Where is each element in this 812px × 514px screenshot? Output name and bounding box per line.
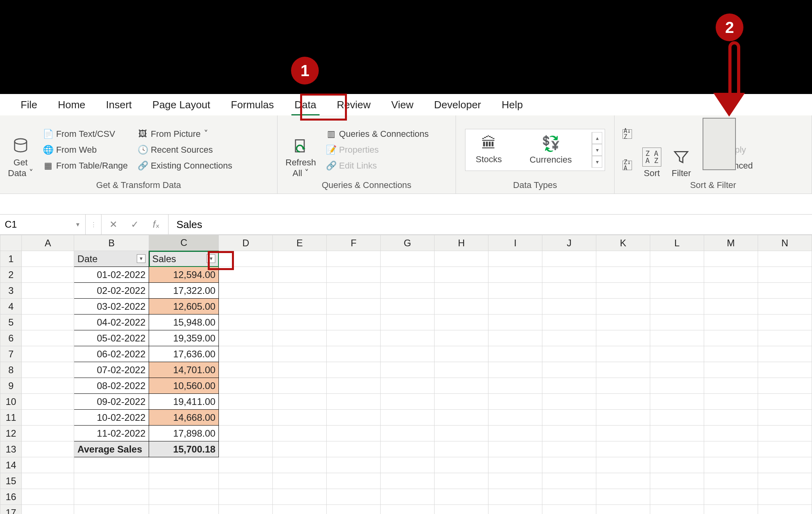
- cancel-formula-button[interactable]: ✕: [105, 219, 122, 230]
- column-header-M[interactable]: M: [704, 235, 758, 251]
- cell-C8[interactable]: 14,701.00: [149, 362, 219, 378]
- cell-J11[interactable]: [542, 410, 596, 426]
- cell-J10[interactable]: [542, 394, 596, 410]
- cell-D1[interactable]: [219, 251, 273, 267]
- enter-formula-button[interactable]: ✓: [126, 219, 144, 230]
- cell-I17[interactable]: [488, 505, 542, 514]
- cell-F4[interactable]: [327, 299, 381, 315]
- data-type-stocks[interactable]: 🏛 Stocks: [468, 132, 510, 168]
- cell-J4[interactable]: [542, 299, 596, 315]
- column-header-D[interactable]: D: [219, 235, 273, 251]
- cell-B8[interactable]: 07-02-2022: [74, 362, 149, 378]
- cell-L13[interactable]: [650, 441, 704, 457]
- column-header-F[interactable]: F: [327, 235, 381, 251]
- cell-F5[interactable]: [327, 315, 381, 330]
- cell-H4[interactable]: [435, 299, 488, 315]
- cell-K12[interactable]: [596, 426, 650, 441]
- cell-A1[interactable]: [22, 251, 74, 267]
- tab-view[interactable]: View: [381, 95, 424, 115]
- cell-C16[interactable]: [149, 489, 219, 505]
- column-header-C[interactable]: C: [149, 235, 219, 251]
- cell-K3[interactable]: [596, 283, 650, 299]
- cell-L14[interactable]: [650, 457, 704, 473]
- column-header-A[interactable]: A: [22, 235, 74, 251]
- cell-B5[interactable]: 04-02-2022: [74, 315, 149, 330]
- cell-F10[interactable]: [327, 394, 381, 410]
- cell-B13[interactable]: Average Sales: [74, 441, 149, 457]
- filter-button[interactable]: Filter: [669, 119, 693, 180]
- cell-N13[interactable]: [758, 441, 812, 457]
- cell-C2[interactable]: 12,594.00: [149, 267, 219, 283]
- cell-L3[interactable]: [650, 283, 704, 299]
- cell-C9[interactable]: 10,560.00: [149, 378, 219, 394]
- cell-D16[interactable]: [219, 489, 273, 505]
- cell-N14[interactable]: [758, 457, 812, 473]
- cell-L5[interactable]: [650, 315, 704, 330]
- cell-M2[interactable]: [704, 267, 758, 283]
- cell-I6[interactable]: [488, 330, 542, 346]
- column-header-K[interactable]: K: [596, 235, 650, 251]
- spreadsheet-grid[interactable]: ABCDEFGHIJKLMN 1Date▼Sales▼201-02-202212…: [0, 235, 812, 514]
- column-header-L[interactable]: L: [650, 235, 704, 251]
- cell-H12[interactable]: [435, 426, 488, 441]
- cell-C7[interactable]: 17,636.00: [149, 346, 219, 362]
- row-header-9[interactable]: 9: [0, 378, 22, 394]
- cell-C15[interactable]: [149, 473, 219, 489]
- cell-K9[interactable]: [596, 378, 650, 394]
- cell-L11[interactable]: [650, 410, 704, 426]
- cell-G10[interactable]: [381, 394, 435, 410]
- cell-G14[interactable]: [381, 457, 435, 473]
- cell-G1[interactable]: [381, 251, 435, 267]
- cell-E11[interactable]: [273, 410, 327, 426]
- cell-E3[interactable]: [273, 283, 327, 299]
- cell-D4[interactable]: [219, 299, 273, 315]
- cell-E6[interactable]: [273, 330, 327, 346]
- cell-I13[interactable]: [488, 441, 542, 457]
- from-web-button[interactable]: 🌐 From Web: [41, 143, 130, 157]
- cell-N11[interactable]: [758, 410, 812, 426]
- cell-M8[interactable]: [704, 362, 758, 378]
- cell-H10[interactable]: [435, 394, 488, 410]
- cell-E4[interactable]: [273, 299, 327, 315]
- cell-I9[interactable]: [488, 378, 542, 394]
- cell-E15[interactable]: [273, 473, 327, 489]
- cell-G12[interactable]: [381, 426, 435, 441]
- row-header-10[interactable]: 10: [0, 394, 22, 410]
- cell-A3[interactable]: [22, 283, 74, 299]
- cell-N3[interactable]: [758, 283, 812, 299]
- row-header-12[interactable]: 12: [0, 426, 22, 441]
- cell-G8[interactable]: [381, 362, 435, 378]
- cell-G6[interactable]: [381, 330, 435, 346]
- gallery-scroll-up[interactable]: ▴: [592, 132, 602, 144]
- cell-K14[interactable]: [596, 457, 650, 473]
- cell-B15[interactable]: [74, 473, 149, 489]
- cell-A7[interactable]: [22, 346, 74, 362]
- cell-E13[interactable]: [273, 441, 327, 457]
- cell-H7[interactable]: [435, 346, 488, 362]
- filter-dropdown-sales[interactable]: ▼: [207, 254, 215, 263]
- cell-E8[interactable]: [273, 362, 327, 378]
- cell-M6[interactable]: [704, 330, 758, 346]
- edit-links-button[interactable]: 🔗 Edit Links: [324, 159, 431, 173]
- cell-K15[interactable]: [596, 473, 650, 489]
- cell-I1[interactable]: [488, 251, 542, 267]
- row-header-13[interactable]: 13: [0, 441, 22, 457]
- cell-N12[interactable]: [758, 426, 812, 441]
- cell-M1[interactable]: [704, 251, 758, 267]
- cell-C4[interactable]: 12,605.00: [149, 299, 219, 315]
- sort-desc-button[interactable]: Z↓A: [620, 159, 634, 172]
- cell-E9[interactable]: [273, 378, 327, 394]
- cell-B10[interactable]: 09-02-2022: [74, 394, 149, 410]
- cell-A6[interactable]: [22, 330, 74, 346]
- cell-G4[interactable]: [381, 299, 435, 315]
- column-header-E[interactable]: E: [273, 235, 327, 251]
- cell-E7[interactable]: [273, 346, 327, 362]
- cell-I16[interactable]: [488, 489, 542, 505]
- cell-A15[interactable]: [22, 473, 74, 489]
- cell-I12[interactable]: [488, 426, 542, 441]
- row-header-1[interactable]: 1: [0, 251, 22, 267]
- cell-M9[interactable]: [704, 378, 758, 394]
- cell-E2[interactable]: [273, 267, 327, 283]
- cell-B6[interactable]: 05-02-2022: [74, 330, 149, 346]
- cell-A4[interactable]: [22, 299, 74, 315]
